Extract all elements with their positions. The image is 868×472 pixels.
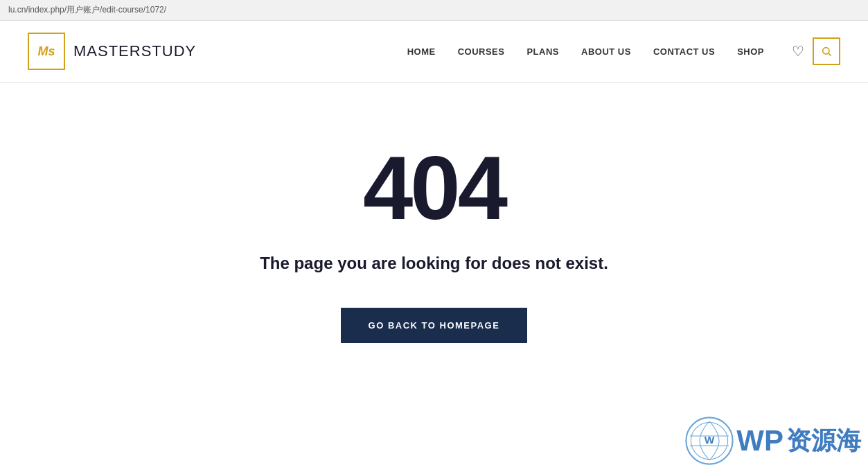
wishlist-icon[interactable]: ♡ (792, 43, 804, 60)
error-message: The page you are looking for does not ex… (260, 254, 608, 273)
nav-contact[interactable]: CONTACT US (653, 46, 715, 57)
address-bar: lu.cn/index.php/用户账户/edit-course/1072/ (0, 0, 868, 21)
nav-about[interactable]: ABOUT US (581, 46, 631, 57)
nav-plans[interactable]: PLANS (526, 46, 559, 57)
logo-icon-box: Ms (28, 33, 65, 70)
nav-courses[interactable]: COURSES (458, 46, 505, 57)
logo-text: MASTERSTUDY (73, 42, 196, 60)
logo-brand-bold: MASTER (73, 42, 141, 60)
error-code: 404 (363, 143, 505, 233)
search-button[interactable] (813, 37, 840, 65)
site-header: Ms MASTERSTUDY HOME COURSES PLANS ABOUT … (0, 21, 868, 83)
main-content: 404 The page you are looking for does no… (0, 83, 868, 430)
nav-icons: ♡ (792, 37, 840, 65)
nav-shop[interactable]: SHOP (737, 46, 764, 57)
logo-initials: Ms (37, 45, 55, 58)
url-text: lu.cn/index.php/用户账户/edit-course/1072/ (8, 5, 166, 15)
main-nav: HOME COURSES PLANS ABOUT US CONTACT US S… (407, 37, 840, 65)
search-icon (821, 46, 832, 57)
go-home-button[interactable]: GO BACK TO HOMEPAGE (341, 308, 528, 343)
logo-link[interactable]: Ms MASTERSTUDY (28, 33, 196, 70)
svg-line-1 (829, 53, 831, 56)
logo-brand-light: STUDY (141, 42, 197, 60)
svg-point-0 (823, 48, 829, 54)
nav-home[interactable]: HOME (407, 46, 436, 57)
